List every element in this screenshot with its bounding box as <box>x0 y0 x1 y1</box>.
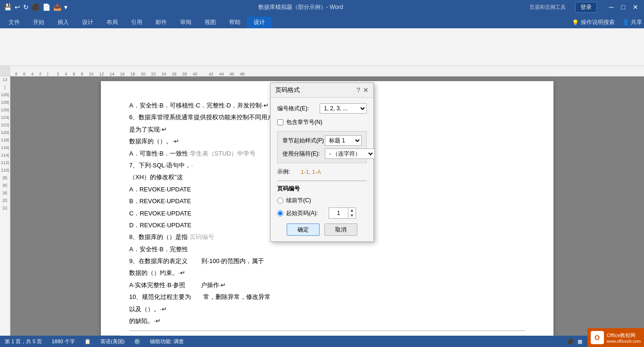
doc-line-12: A·实体完整性·B·参照 户操作·↵ <box>129 280 525 290</box>
dialog-body: 编号格式(E): 1, 2, 3, ... a, b, c, ... A, B,… <box>271 98 373 241</box>
share-button[interactable]: 👤 共享 <box>622 18 642 28</box>
ribbon-content <box>0 28 644 66</box>
cancel-button[interactable]: 取消 <box>324 223 357 236</box>
tab-help[interactable]: 帮助 <box>223 17 247 28</box>
status-icon: 📋 <box>84 339 91 345</box>
tab-file[interactable]: 文件 <box>2 17 26 28</box>
tab-mailings[interactable]: 邮件 <box>149 17 173 28</box>
lightbulb-icon: 💡 <box>572 19 579 26</box>
doc-line-11: 数据的（）约束。·↵ <box>129 267 525 278</box>
start-at-label[interactable]: 起始页码(A): <box>286 209 329 217</box>
doc-line-10: 9、在数据库的表定义 到·100·的范围内，属于 <box>129 256 525 266</box>
view-icon[interactable]: 📄 <box>42 3 50 11</box>
doc-line-9: A．安全性·B．完整性 <box>129 244 525 255</box>
chapter-subsection: 章节起始样式(P) 标题 1 标题 2 标题 3 使用分隔符(E): - （连字… <box>277 131 367 163</box>
vertical-ruler: 13 | 130| 128| 126| 124| 122| 120| 118| … <box>0 76 10 336</box>
tab-design[interactable]: 设计 <box>75 17 100 28</box>
ruler-numbers: 8 6 4 2 | 2 4 6 8 10 12 14 16 18 20 22 2… <box>14 66 644 76</box>
numbering-format-row: 编号格式(E): 1, 2, 3, ... a, b, c, ... A, B,… <box>277 103 367 114</box>
start-at-input[interactable] <box>329 208 348 218</box>
tab-design-hf[interactable]: 设计 <box>247 17 272 28</box>
search-area: 💡 操作说明搜索 <box>572 18 615 28</box>
layout-icon-1[interactable]: ⬛ <box>567 339 574 345</box>
dialog-help-button[interactable]: ? <box>356 86 360 94</box>
chapter-start-row: 章节起始样式(P) 标题 1 标题 2 标题 3 <box>282 135 362 146</box>
chapter-start-select[interactable]: 标题 1 标题 2 标题 3 <box>325 135 362 146</box>
start-at-radio[interactable] <box>277 210 283 216</box>
example-label: 示例: <box>277 168 301 176</box>
tab-review[interactable]: 审阅 <box>173 17 198 28</box>
dialog-title: 页码格式 <box>275 86 300 94</box>
login-button[interactable]: 登录 <box>575 2 597 13</box>
office-logo: O Office教程网 www.office26.com <box>587 328 644 347</box>
start-at-spinner: ▲ ▼ <box>329 207 356 219</box>
separator-row: 使用分隔符(E): - （连字符） . （句点） : （冒号） — （破折号） <box>282 149 362 159</box>
share-label: 共享 <box>631 19 642 25</box>
footer-separator-line <box>129 330 525 331</box>
ruler-left-margin <box>0 66 10 76</box>
share2-icon[interactable]: 📤 <box>53 3 61 11</box>
doc-line-14: 以及（）。·↵ <box>129 304 525 314</box>
example-row: 示例: 1-1, 1-A <box>277 168 367 176</box>
close-button[interactable]: ✕ <box>631 3 640 11</box>
ribbon-placeholder <box>5 44 6 50</box>
include-chapter-label[interactable]: 包含章节号(N) <box>286 118 322 126</box>
spinner-down-button[interactable]: ▼ <box>348 213 355 218</box>
quick-access-toolbar: 💾 ↩ ↻ ⬛ 📄 📤 ▾ <box>4 3 67 11</box>
numbering-format-select[interactable]: 1, 2, 3, ... a, b, c, ... A, B, C, ... i… <box>320 103 367 114</box>
window-controls: ─ □ ✕ <box>607 3 640 11</box>
footer-label: 页脚 <box>101 335 120 336</box>
restore-button[interactable]: □ <box>619 3 627 11</box>
title-bar: 💾 ↩ ↻ ⬛ 📄 📤 ▾ 数据库模拟题（部分示例）- Word 页眉和页脚工具… <box>0 0 644 14</box>
continue-prev-label[interactable]: 续前节(C) <box>286 197 311 205</box>
dialog-title-bar: 页码格式 ? ✕ <box>271 83 373 98</box>
redo-icon[interactable]: ↻ <box>23 3 29 11</box>
office-logo-icon: O <box>591 331 604 344</box>
ribbon-tabs: 文件 开始 插入 设计 布局 引用 邮件 审阅 视图 帮助 设计 💡 操作说明搜… <box>0 14 644 28</box>
separator-select[interactable]: - （连字符） . （句点） : （冒号） — （破折号） <box>325 149 375 159</box>
office-logo-url: www.office26.com <box>607 339 641 344</box>
chapter-start-label: 章节起始样式(P) <box>282 137 325 145</box>
example-value: 1-1, 1-A <box>301 169 321 175</box>
page-numbering-section-label: 页码编号 <box>277 181 367 193</box>
tab-insert[interactable]: 插入 <box>51 17 75 28</box>
dialog-title-buttons: ? ✕ <box>356 86 369 94</box>
accessibility-label: 辅助功能: 调查 <box>150 338 184 345</box>
customize-icon[interactable]: ⬛ <box>32 3 40 11</box>
save-icon[interactable]: 💾 <box>4 3 12 11</box>
ok-button[interactable]: 确定 <box>287 223 320 236</box>
include-chapter-checkbox[interactable] <box>277 119 283 125</box>
undo-icon[interactable]: ↩ <box>15 3 20 11</box>
include-chapter-row: 包含章节号(N) <box>277 118 367 126</box>
page-format-dialog: 页码格式 ? ✕ 编号格式(E): 1, 2, 3, ... a, b, c, … <box>270 83 374 242</box>
continue-prev-row: 续前节(C) <box>277 197 367 205</box>
document-title: 数据库模拟题（部分示例）- Word <box>72 3 529 11</box>
office-logo-name: Office教程网 <box>607 332 641 339</box>
spinner-buttons: ▲ ▼ <box>348 208 355 218</box>
numbering-format-label: 编号格式(E): <box>277 105 320 113</box>
continue-prev-radio[interactable] <box>277 198 283 204</box>
separator-label: 使用分隔符(E): <box>282 150 325 158</box>
search-label: 操作说明搜索 <box>581 18 615 26</box>
start-at-row: 起始页码(A): ▲ ▼ <box>277 207 367 219</box>
title-right-controls: 登录 ─ □ ✕ <box>575 2 640 13</box>
dropdown-icon[interactable]: ▾ <box>64 3 67 11</box>
tab-references[interactable]: 引用 <box>124 17 149 28</box>
spinner-up-button[interactable]: ▲ <box>348 208 355 213</box>
language: 英语(美国) <box>100 338 124 345</box>
accessibility-icon: ⚙️ <box>134 339 140 345</box>
layout-icon-2[interactable]: ▦ <box>578 339 582 345</box>
ribbon-subtitle: 页眉和页脚工具 <box>529 4 566 11</box>
dialog-close-button[interactable]: ✕ <box>363 86 369 94</box>
horizontal-ruler: 8 6 4 2 | 2 4 6 8 10 12 14 16 18 20 22 2… <box>0 66 644 76</box>
tab-home[interactable]: 开始 <box>26 17 51 28</box>
status-bar: 第 1 页，共 5 页 1880 个字 📋 英语(美国) ⚙️ 辅助功能: 调查… <box>0 336 644 347</box>
share-icon: 👤 <box>622 19 629 25</box>
page-info: 第 1 页，共 5 页 <box>5 338 42 345</box>
tab-view[interactable]: 视图 <box>198 17 223 28</box>
minimize-button[interactable]: ─ <box>607 3 616 11</box>
ruler-track: 8 6 4 2 | 2 4 6 8 10 12 14 16 18 20 22 2… <box>14 66 644 76</box>
office-logo-text: Office教程网 www.office26.com <box>607 332 641 344</box>
word-count: 1880 个字 <box>51 338 75 345</box>
tab-layout[interactable]: 布局 <box>100 17 124 28</box>
